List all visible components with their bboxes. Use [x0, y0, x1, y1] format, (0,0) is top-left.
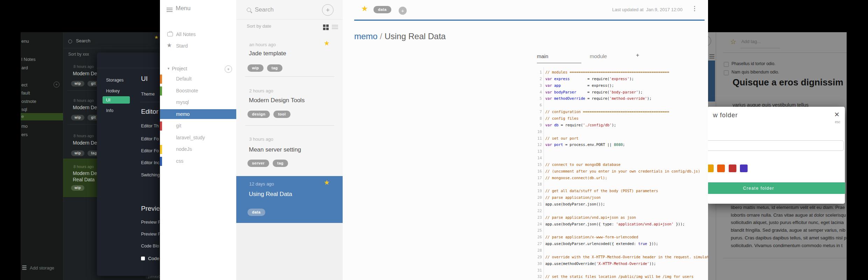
note-title[interactable]: Mean server setting: [249, 146, 301, 153]
code-token: 'body-parser': [609, 90, 638, 94]
notes-list-panel: Search Sort by date an hours ago★Jade te…: [236, 0, 343, 280]
note-timestamp: 12 days ago: [249, 181, 274, 187]
tag-pill: wip: [71, 185, 84, 191]
folder-item[interactable]: git: [176, 123, 181, 128]
settings-nav-item[interactable]: Storages: [106, 78, 124, 83]
settings-item[interactable]: Code Blo: [141, 244, 159, 248]
note-title[interactable]: Modern Design Tools: [249, 97, 304, 104]
star-icon[interactable]: ★: [324, 40, 330, 47]
sidebar-item-all-notes[interactable]: All Notes: [176, 31, 196, 37]
sort-by-control[interactable]: Sort by date: [247, 23, 271, 29]
color-swatch[interactable]: [708, 164, 714, 172]
code-line: 20// parse application/json: [525, 194, 708, 201]
folder-item[interactable]: laravel_study: [176, 135, 205, 140]
folder-color-bar: [160, 145, 162, 154]
note-title-text: Using Real Data: [385, 31, 446, 41]
tag-pill[interactable]: data: [373, 6, 391, 13]
settings-item[interactable]: Editor Fo: [141, 136, 159, 141]
code-line-number: 5: [525, 95, 542, 102]
code-line: 21app.use(bodyParser.json());: [525, 201, 708, 208]
new-note-button[interactable]: [322, 4, 334, 16]
code-token: );: [612, 123, 616, 127]
checkbox[interactable]: [141, 257, 145, 260]
menu-button[interactable]: Menu: [176, 5, 191, 12]
notes-list-empty-area: [236, 223, 343, 280]
color-swatch[interactable]: [729, 164, 736, 172]
sidebar-item-starred[interactable]: Stard: [176, 43, 188, 49]
list-view-icon[interactable]: [332, 25, 338, 30]
code-line-text: // modules =============================…: [545, 69, 669, 76]
sidebar-item[interactable]: sql: [21, 107, 27, 112]
note-title: Real Data: [73, 177, 94, 182]
sidebar-item[interactable]: ers: [21, 132, 28, 137]
code-token: methodOverride: [554, 96, 585, 100]
add-snippet-tab-button[interactable]: +: [636, 52, 639, 58]
settings-item[interactable]: Switching: [141, 173, 160, 177]
tab-main[interactable]: main: [537, 53, 548, 59]
chevron-down-icon[interactable]: ▼: [167, 67, 170, 70]
code-line-number: 20: [525, 194, 542, 201]
sidebar-item[interactable]: mo: [21, 124, 28, 129]
search-input[interactable]: Search: [76, 38, 90, 43]
note-folder-crumb[interactable]: memo: [354, 31, 378, 41]
code-line: 1// modules ============================…: [525, 69, 708, 76]
note-tags: designtool: [247, 111, 294, 118]
sidebar-item[interactable]: ard: [21, 65, 28, 70]
note-title[interactable]: Jade template: [249, 50, 286, 57]
add-folder-icon[interactable]: +: [54, 82, 59, 88]
project-tree-label[interactable]: Project: [172, 66, 187, 71]
sidebar-item[interactable]: l Notes: [21, 57, 35, 62]
sidebar-item[interactable]: ect: [21, 82, 27, 88]
folder-item[interactable]: nodeJs: [176, 146, 192, 152]
tag-pill: wip: [71, 81, 84, 86]
code-line: 8// config files: [525, 115, 708, 122]
settings-item[interactable]: Editor Fo: [141, 148, 159, 153]
sidebar-item-selected[interactable]: [21, 113, 63, 120]
search-input[interactable]: Search: [255, 6, 274, 13]
settings-nav-item[interactable]: Info: [106, 108, 113, 113]
folder-item[interactable]: css: [176, 158, 183, 164]
tag-pill: wip: [247, 64, 264, 72]
sort-by-control[interactable]: Sort by xxx: [68, 52, 89, 57]
hamburger-icon[interactable]: [167, 8, 173, 13]
color-swatch[interactable]: [717, 164, 725, 172]
folder-item[interactable]: Boostnote: [176, 88, 198, 93]
kebab-menu-icon[interactable]: [694, 6, 695, 12]
menu-sidebar: Menu All Notes ★ Stard ▼ Project Default…: [160, 0, 237, 280]
settings-item[interactable]: Preview F: [141, 220, 160, 225]
divider: [63, 32, 63, 280]
code-line: 16// (uncomment after you enter in your …: [525, 168, 708, 175]
folder-item-selected[interactable]: [160, 109, 236, 119]
code-line: 26// parse application/x-www-form-urlenc…: [525, 234, 708, 240]
grid-view-icon[interactable]: [323, 24, 329, 30]
add-storage-button[interactable]: Add storage: [30, 265, 54, 271]
settings-item[interactable]: Preview F: [141, 232, 160, 237]
sidebar-item[interactable]: fault: [21, 90, 30, 96]
code-token: // (uncomment after you enter in your ow…: [545, 169, 700, 173]
settings-item[interactable]: Editor Th: [141, 124, 159, 128]
settings-nav-item[interactable]: UI: [106, 98, 111, 103]
folder-item[interactable]: Default: [176, 76, 191, 82]
star-icon[interactable]: ★: [324, 179, 330, 186]
folder-name-input[interactable]: [708, 140, 844, 151]
sidebar-item[interactable]: ostnote: [21, 99, 36, 104]
create-folder-button[interactable]: Create folder: [708, 182, 845, 194]
add-folder-button[interactable]: [225, 65, 232, 73]
code-line: 6: [525, 102, 708, 108]
sidebar-item[interactable]: enu: [21, 38, 29, 44]
settings-item[interactable]: Editor Inc: [141, 160, 160, 165]
note-title[interactable]: Using Real Data: [249, 191, 292, 198]
add-tag-button[interactable]: +: [399, 7, 407, 15]
code-token: var: [545, 83, 552, 88]
folder-item[interactable]: mysql: [176, 99, 189, 105]
sidebar-item[interactable]: e: [21, 114, 24, 119]
settings-nav-item[interactable]: Hotkey: [106, 89, 120, 93]
settings-theme-label: Theme: [141, 92, 155, 97]
code-line: 19// get all data/stuff of the body (POS…: [525, 188, 708, 194]
close-icon[interactable]: ×: [834, 110, 839, 119]
note-star-toggle[interactable]: ★: [361, 5, 368, 13]
tab-module[interactable]: module: [590, 53, 607, 59]
folder-item[interactable]: memo: [176, 111, 190, 117]
divider: [97, 68, 160, 68]
color-swatch[interactable]: [740, 164, 748, 172]
